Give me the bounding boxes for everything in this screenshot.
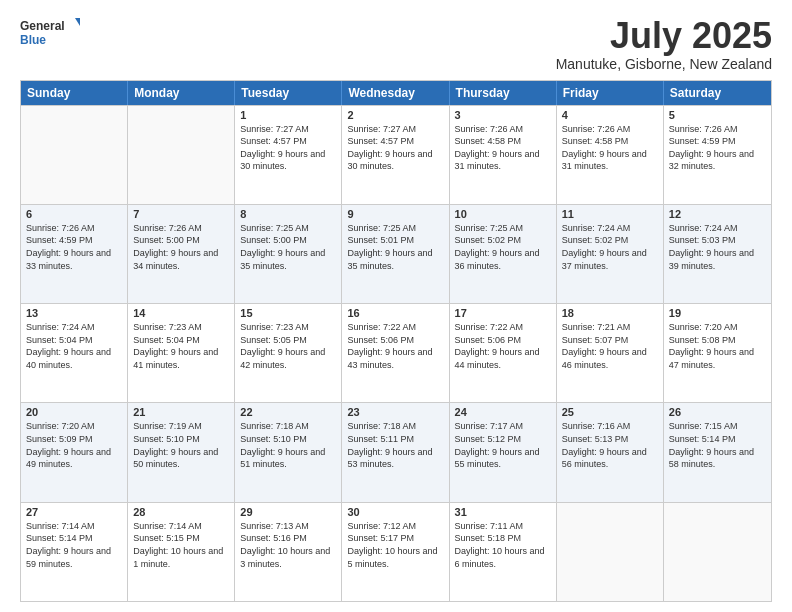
day-number: 25 <box>562 406 658 418</box>
day-number: 18 <box>562 307 658 319</box>
calendar-row-1: 1Sunrise: 7:27 AMSunset: 4:57 PMDaylight… <box>21 105 771 204</box>
day-info: Sunrise: 7:23 AMSunset: 5:05 PMDaylight:… <box>240 321 336 371</box>
calendar: SundayMondayTuesdayWednesdayThursdayFrid… <box>20 80 772 602</box>
calendar-cell-31: 31Sunrise: 7:11 AMSunset: 5:18 PMDayligh… <box>450 503 557 601</box>
calendar-row-2: 6Sunrise: 7:26 AMSunset: 4:59 PMDaylight… <box>21 204 771 303</box>
calendar-row-3: 13Sunrise: 7:24 AMSunset: 5:04 PMDayligh… <box>21 303 771 402</box>
calendar-cell-9: 9Sunrise: 7:25 AMSunset: 5:01 PMDaylight… <box>342 205 449 303</box>
calendar-cell-empty <box>128 106 235 204</box>
calendar-cell-25: 25Sunrise: 7:16 AMSunset: 5:13 PMDayligh… <box>557 403 664 501</box>
calendar-cell-8: 8Sunrise: 7:25 AMSunset: 5:00 PMDaylight… <box>235 205 342 303</box>
day-info: Sunrise: 7:11 AMSunset: 5:18 PMDaylight:… <box>455 520 551 570</box>
day-number: 20 <box>26 406 122 418</box>
calendar-cell-5: 5Sunrise: 7:26 AMSunset: 4:59 PMDaylight… <box>664 106 771 204</box>
day-number: 29 <box>240 506 336 518</box>
day-info: Sunrise: 7:27 AMSunset: 4:57 PMDaylight:… <box>240 123 336 173</box>
calendar-cell-11: 11Sunrise: 7:24 AMSunset: 5:02 PMDayligh… <box>557 205 664 303</box>
day-number: 30 <box>347 506 443 518</box>
day-info: Sunrise: 7:26 AMSunset: 4:59 PMDaylight:… <box>669 123 766 173</box>
day-info: Sunrise: 7:25 AMSunset: 5:01 PMDaylight:… <box>347 222 443 272</box>
subtitle: Manutuke, Gisborne, New Zealand <box>556 56 772 72</box>
logo: General Blue <box>20 16 80 52</box>
calendar-cell-29: 29Sunrise: 7:13 AMSunset: 5:16 PMDayligh… <box>235 503 342 601</box>
calendar-cell-2: 2Sunrise: 7:27 AMSunset: 4:57 PMDaylight… <box>342 106 449 204</box>
day-info: Sunrise: 7:19 AMSunset: 5:10 PMDaylight:… <box>133 420 229 470</box>
calendar-cell-15: 15Sunrise: 7:23 AMSunset: 5:05 PMDayligh… <box>235 304 342 402</box>
calendar-body: 1Sunrise: 7:27 AMSunset: 4:57 PMDaylight… <box>21 105 771 601</box>
calendar-cell-18: 18Sunrise: 7:21 AMSunset: 5:07 PMDayligh… <box>557 304 664 402</box>
day-number: 7 <box>133 208 229 220</box>
calendar-cell-30: 30Sunrise: 7:12 AMSunset: 5:17 PMDayligh… <box>342 503 449 601</box>
day-info: Sunrise: 7:14 AMSunset: 5:14 PMDaylight:… <box>26 520 122 570</box>
day-number: 9 <box>347 208 443 220</box>
day-info: Sunrise: 7:20 AMSunset: 5:08 PMDaylight:… <box>669 321 766 371</box>
calendar-cell-7: 7Sunrise: 7:26 AMSunset: 5:00 PMDaylight… <box>128 205 235 303</box>
svg-text:Blue: Blue <box>20 33 46 47</box>
day-number: 8 <box>240 208 336 220</box>
day-number: 26 <box>669 406 766 418</box>
day-number: 15 <box>240 307 336 319</box>
calendar-cell-16: 16Sunrise: 7:22 AMSunset: 5:06 PMDayligh… <box>342 304 449 402</box>
calendar-cell-19: 19Sunrise: 7:20 AMSunset: 5:08 PMDayligh… <box>664 304 771 402</box>
day-info: Sunrise: 7:26 AMSunset: 5:00 PMDaylight:… <box>133 222 229 272</box>
day-info: Sunrise: 7:24 AMSunset: 5:03 PMDaylight:… <box>669 222 766 272</box>
day-number: 14 <box>133 307 229 319</box>
calendar-cell-26: 26Sunrise: 7:15 AMSunset: 5:14 PMDayligh… <box>664 403 771 501</box>
calendar-cell-10: 10Sunrise: 7:25 AMSunset: 5:02 PMDayligh… <box>450 205 557 303</box>
calendar-cell-22: 22Sunrise: 7:18 AMSunset: 5:10 PMDayligh… <box>235 403 342 501</box>
day-number: 6 <box>26 208 122 220</box>
calendar-cell-6: 6Sunrise: 7:26 AMSunset: 4:59 PMDaylight… <box>21 205 128 303</box>
svg-marker-2 <box>75 18 80 26</box>
calendar-cell-1: 1Sunrise: 7:27 AMSunset: 4:57 PMDaylight… <box>235 106 342 204</box>
svg-text:General: General <box>20 19 65 33</box>
calendar-row-4: 20Sunrise: 7:20 AMSunset: 5:09 PMDayligh… <box>21 402 771 501</box>
day-info: Sunrise: 7:18 AMSunset: 5:10 PMDaylight:… <box>240 420 336 470</box>
day-info: Sunrise: 7:23 AMSunset: 5:04 PMDaylight:… <box>133 321 229 371</box>
weekday-header-monday: Monday <box>128 81 235 105</box>
day-number: 12 <box>669 208 766 220</box>
day-number: 23 <box>347 406 443 418</box>
day-info: Sunrise: 7:16 AMSunset: 5:13 PMDaylight:… <box>562 420 658 470</box>
day-number: 19 <box>669 307 766 319</box>
day-info: Sunrise: 7:22 AMSunset: 5:06 PMDaylight:… <box>455 321 551 371</box>
day-info: Sunrise: 7:15 AMSunset: 5:14 PMDaylight:… <box>669 420 766 470</box>
page: General Blue July 2025 Manutuke, Gisborn… <box>0 0 792 612</box>
weekday-header-friday: Friday <box>557 81 664 105</box>
day-number: 16 <box>347 307 443 319</box>
day-info: Sunrise: 7:22 AMSunset: 5:06 PMDaylight:… <box>347 321 443 371</box>
weekday-header-saturday: Saturday <box>664 81 771 105</box>
day-number: 1 <box>240 109 336 121</box>
day-number: 21 <box>133 406 229 418</box>
day-info: Sunrise: 7:24 AMSunset: 5:02 PMDaylight:… <box>562 222 658 272</box>
calendar-cell-23: 23Sunrise: 7:18 AMSunset: 5:11 PMDayligh… <box>342 403 449 501</box>
day-number: 11 <box>562 208 658 220</box>
weekday-header-thursday: Thursday <box>450 81 557 105</box>
calendar-cell-13: 13Sunrise: 7:24 AMSunset: 5:04 PMDayligh… <box>21 304 128 402</box>
day-info: Sunrise: 7:13 AMSunset: 5:16 PMDaylight:… <box>240 520 336 570</box>
calendar-cell-3: 3Sunrise: 7:26 AMSunset: 4:58 PMDaylight… <box>450 106 557 204</box>
day-number: 27 <box>26 506 122 518</box>
day-info: Sunrise: 7:12 AMSunset: 5:17 PMDaylight:… <box>347 520 443 570</box>
day-info: Sunrise: 7:26 AMSunset: 4:59 PMDaylight:… <box>26 222 122 272</box>
day-number: 17 <box>455 307 551 319</box>
day-info: Sunrise: 7:26 AMSunset: 4:58 PMDaylight:… <box>455 123 551 173</box>
weekday-header-wednesday: Wednesday <box>342 81 449 105</box>
header: General Blue July 2025 Manutuke, Gisborn… <box>20 16 772 72</box>
day-number: 10 <box>455 208 551 220</box>
calendar-cell-14: 14Sunrise: 7:23 AMSunset: 5:04 PMDayligh… <box>128 304 235 402</box>
calendar-cell-empty <box>557 503 664 601</box>
weekday-header-tuesday: Tuesday <box>235 81 342 105</box>
calendar-cell-12: 12Sunrise: 7:24 AMSunset: 5:03 PMDayligh… <box>664 205 771 303</box>
calendar-cell-4: 4Sunrise: 7:26 AMSunset: 4:58 PMDaylight… <box>557 106 664 204</box>
calendar-cell-17: 17Sunrise: 7:22 AMSunset: 5:06 PMDayligh… <box>450 304 557 402</box>
logo-svg: General Blue <box>20 16 80 52</box>
day-info: Sunrise: 7:17 AMSunset: 5:12 PMDaylight:… <box>455 420 551 470</box>
day-info: Sunrise: 7:26 AMSunset: 4:58 PMDaylight:… <box>562 123 658 173</box>
calendar-cell-empty <box>664 503 771 601</box>
main-title: July 2025 <box>556 16 772 56</box>
day-info: Sunrise: 7:14 AMSunset: 5:15 PMDaylight:… <box>133 520 229 570</box>
calendar-row-5: 27Sunrise: 7:14 AMSunset: 5:14 PMDayligh… <box>21 502 771 601</box>
calendar-cell-20: 20Sunrise: 7:20 AMSunset: 5:09 PMDayligh… <box>21 403 128 501</box>
day-number: 22 <box>240 406 336 418</box>
day-number: 5 <box>669 109 766 121</box>
